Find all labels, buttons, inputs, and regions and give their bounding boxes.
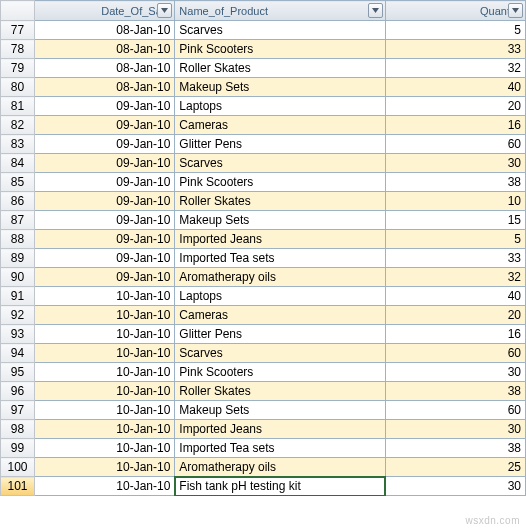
cell-quantity[interactable]: 60 xyxy=(385,135,525,154)
cell-date[interactable]: 09-Jan-10 xyxy=(35,173,175,192)
cell-product[interactable]: Roller Skates xyxy=(175,192,385,211)
cell-product[interactable]: Scarves xyxy=(175,154,385,173)
row-number[interactable]: 82 xyxy=(1,116,35,135)
row-number[interactable]: 90 xyxy=(1,268,35,287)
cell-product[interactable]: Roller Skates xyxy=(175,59,385,78)
cell-quantity[interactable]: 33 xyxy=(385,249,525,268)
row-number[interactable]: 94 xyxy=(1,344,35,363)
cell-date[interactable]: 10-Jan-10 xyxy=(35,325,175,344)
cell-date[interactable]: 10-Jan-10 xyxy=(35,363,175,382)
row-number[interactable]: 97 xyxy=(1,401,35,420)
row-number[interactable]: 88 xyxy=(1,230,35,249)
cell-product[interactable]: Cameras xyxy=(175,306,385,325)
cell-date[interactable]: 09-Jan-10 xyxy=(35,249,175,268)
cell-date[interactable]: 10-Jan-10 xyxy=(35,382,175,401)
cell-product[interactable]: Scarves xyxy=(175,344,385,363)
cell-date[interactable]: 10-Jan-10 xyxy=(35,401,175,420)
row-number[interactable]: 99 xyxy=(1,439,35,458)
cell-date[interactable]: 08-Jan-10 xyxy=(35,40,175,59)
cell-date[interactable]: 09-Jan-10 xyxy=(35,268,175,287)
row-number[interactable]: 84 xyxy=(1,154,35,173)
cell-date[interactable]: 10-Jan-10 xyxy=(35,439,175,458)
row-number[interactable]: 91 xyxy=(1,287,35,306)
cell-date[interactable]: 09-Jan-10 xyxy=(35,211,175,230)
cell-quantity[interactable]: 25 xyxy=(385,458,525,477)
row-number[interactable]: 101 xyxy=(1,477,35,496)
cell-product[interactable]: Laptops xyxy=(175,97,385,116)
cell-product[interactable]: Fish tank pH testing kit xyxy=(175,477,385,496)
column-header-product[interactable]: Name_of_Product xyxy=(175,1,385,21)
cell-quantity[interactable]: 60 xyxy=(385,401,525,420)
cell-product[interactable]: Imported Jeans xyxy=(175,420,385,439)
row-number[interactable]: 81 xyxy=(1,97,35,116)
cell-quantity[interactable]: 33 xyxy=(385,40,525,59)
cell-date[interactable]: 10-Jan-10 xyxy=(35,477,175,496)
cell-quantity[interactable]: 32 xyxy=(385,268,525,287)
cell-product[interactable]: Glitter Pens xyxy=(175,135,385,154)
cell-date[interactable]: 09-Jan-10 xyxy=(35,192,175,211)
cell-quantity[interactable]: 16 xyxy=(385,325,525,344)
cell-product[interactable]: Roller Skates xyxy=(175,382,385,401)
cell-product[interactable]: Cameras xyxy=(175,116,385,135)
row-number[interactable]: 93 xyxy=(1,325,35,344)
cell-product[interactable]: Makeup Sets xyxy=(175,211,385,230)
cell-date[interactable]: 09-Jan-10 xyxy=(35,154,175,173)
row-number[interactable]: 92 xyxy=(1,306,35,325)
row-number[interactable]: 78 xyxy=(1,40,35,59)
filter-button-product[interactable] xyxy=(368,3,383,18)
cell-product[interactable]: Scarves xyxy=(175,21,385,40)
cell-date[interactable]: 10-Jan-10 xyxy=(35,306,175,325)
cell-date[interactable]: 09-Jan-10 xyxy=(35,230,175,249)
row-number[interactable]: 100 xyxy=(1,458,35,477)
row-number[interactable]: 77 xyxy=(1,21,35,40)
cell-quantity[interactable]: 20 xyxy=(385,97,525,116)
cell-quantity[interactable]: 32 xyxy=(385,59,525,78)
cell-product[interactable]: Aromatherapy oils xyxy=(175,458,385,477)
cell-product[interactable]: Imported Tea sets xyxy=(175,439,385,458)
row-number[interactable]: 95 xyxy=(1,363,35,382)
row-number[interactable]: 98 xyxy=(1,420,35,439)
cell-date[interactable]: 09-Jan-10 xyxy=(35,97,175,116)
cell-product[interactable]: Aromatherapy oils xyxy=(175,268,385,287)
cell-date[interactable]: 10-Jan-10 xyxy=(35,287,175,306)
cell-quantity[interactable]: 30 xyxy=(385,363,525,382)
cell-date[interactable]: 10-Jan-10 xyxy=(35,344,175,363)
cell-product[interactable]: Pink Scooters xyxy=(175,363,385,382)
cell-quantity[interactable]: 30 xyxy=(385,420,525,439)
cell-date[interactable]: 08-Jan-10 xyxy=(35,59,175,78)
cell-date[interactable]: 08-Jan-10 xyxy=(35,21,175,40)
cell-date[interactable]: 09-Jan-10 xyxy=(35,116,175,135)
cell-product[interactable]: Imported Jeans xyxy=(175,230,385,249)
cell-quantity[interactable]: 40 xyxy=(385,287,525,306)
column-header-date[interactable]: Date_Of_Sale xyxy=(35,1,175,21)
row-number[interactable]: 86 xyxy=(1,192,35,211)
cell-quantity[interactable]: 20 xyxy=(385,306,525,325)
cell-product[interactable]: Laptops xyxy=(175,287,385,306)
row-number[interactable]: 96 xyxy=(1,382,35,401)
cell-quantity[interactable]: 38 xyxy=(385,382,525,401)
cell-quantity[interactable]: 40 xyxy=(385,78,525,97)
cell-quantity[interactable]: 5 xyxy=(385,21,525,40)
cell-product[interactable]: Pink Scooters xyxy=(175,40,385,59)
cell-quantity[interactable]: 38 xyxy=(385,173,525,192)
row-number[interactable]: 79 xyxy=(1,59,35,78)
cell-quantity[interactable]: 38 xyxy=(385,439,525,458)
cell-product[interactable]: Makeup Sets xyxy=(175,78,385,97)
row-number[interactable]: 85 xyxy=(1,173,35,192)
column-header-quantity[interactable]: Quantity xyxy=(385,1,525,21)
cell-product[interactable]: Pink Scooters xyxy=(175,173,385,192)
cell-date[interactable]: 10-Jan-10 xyxy=(35,458,175,477)
cell-date[interactable]: 10-Jan-10 xyxy=(35,420,175,439)
row-number[interactable]: 83 xyxy=(1,135,35,154)
cell-product[interactable]: Imported Tea sets xyxy=(175,249,385,268)
cell-quantity[interactable]: 10 xyxy=(385,192,525,211)
cell-quantity[interactable]: 30 xyxy=(385,477,525,496)
cell-quantity[interactable]: 15 xyxy=(385,211,525,230)
filter-button-date[interactable] xyxy=(157,3,172,18)
cell-quantity[interactable]: 5 xyxy=(385,230,525,249)
cell-quantity[interactable]: 16 xyxy=(385,116,525,135)
filter-button-quantity[interactable] xyxy=(508,3,523,18)
cell-quantity[interactable]: 30 xyxy=(385,154,525,173)
row-number[interactable]: 89 xyxy=(1,249,35,268)
cell-product[interactable]: Makeup Sets xyxy=(175,401,385,420)
